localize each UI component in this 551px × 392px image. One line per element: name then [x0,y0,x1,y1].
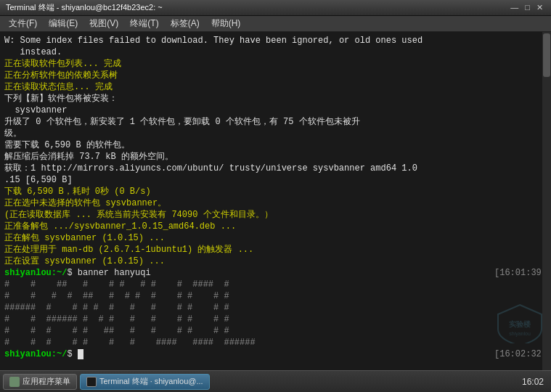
term-line: 正在设置 sysvbanner (1.0.15) ... [4,256,547,267]
term-line: 正在选中未选择的软件包 sysvbanner。 [4,197,547,209]
window-title: Terminal 终端 - shiyanlou@bc12f4b23ec2: ~ [6,2,163,13]
prompt-cursor: $ [67,349,83,359]
apps-icon [9,377,20,387]
term-line: 正准备解包 .../sysvbanner_1.0.15_amd64.deb ..… [4,221,547,232]
terminal-taskbar-button[interactable]: Terminal 终端 · shiyanlou@... [80,374,210,390]
term-line: 正在读取状态信息... 完成 [4,81,547,93]
term-line: 正在解包 sysvbanner (1.0.15) ... [4,232,547,244]
scrollbar-thumb[interactable] [543,33,550,77]
term-line: 解压缩后会消耗掉 73.7 kB 的额外空间。 [4,151,547,163]
apps-menu-button[interactable]: 应用程序菜单 [3,374,77,390]
title-bar: Terminal 终端 - shiyanlou@bc12f4b23ec2: ~ … [0,0,551,16]
terminal-window[interactable]: W: Some index files failed to download. … [0,32,551,370]
term-line: sysvbanner [4,105,547,116]
term-line: 需要下载 6,590 B 的软件包。 [4,139,547,151]
taskbar: 应用程序菜单 Terminal 终端 · shiyanlou@... 16:02 [0,370,551,392]
taskbar-time: 16:02 [522,377,548,387]
prompt-line: shiyanlou:~/$ banner hanyuqi [16:01:39] [4,267,547,279]
menu-help[interactable]: 帮助(H) [205,16,247,31]
term-line: 正在读取软件包列表... 完成 [4,58,547,70]
prompt-line-2: shiyanlou:~/$ [16:02:32] [4,348,547,360]
banner-line: # # ###### # # # # # # # # # [4,314,547,325]
timestamp-1: [16:01:39] [494,267,547,279]
apps-label: 应用程序菜单 [23,376,70,387]
close-button[interactable]: ✕ [534,3,545,12]
term-line: 正在分析软件包的依赖关系树 [4,70,547,81]
banner-line: # # # # # ## # # # # # # [4,325,547,337]
minimize-button[interactable]: — [508,3,521,12]
term-line: 下载 6,590 B，耗时 0秒 (0 B/s) [4,186,547,197]
timestamp-2: [16:02:32] [494,348,547,360]
term-line: 获取：1 http://mirrors.aliyuncs.com/ubuntu/… [4,163,547,174]
terminal-taskbar-label: Terminal 终端 · shiyanlou@... [99,376,203,387]
term-line: 级。 [4,128,547,139]
terminal-icon [86,377,97,387]
maximize-button[interactable]: □ [523,3,532,12]
banner-line: # # # # # # # #### #### ###### [4,337,547,348]
terminal-content[interactable]: W: Some index files failed to download. … [0,32,551,370]
banner-line: # # ## # # # # # # #### # [4,279,547,290]
menu-edit[interactable]: 编辑(E) [43,16,83,31]
term-line: 升级了 0 个软件包，新安装了 1 个软件包，要卸载 0 个软件包，有 75 个… [4,116,547,128]
menu-bar: 文件(F) 编辑(E) 视图(V) 终端(T) 标签(A) 帮助(H) [0,16,551,32]
menu-tabs[interactable]: 标签(A) [165,16,205,31]
term-line: instead. [4,46,547,58]
term-line: (正在读取数据库 ... 系统当前共安装有 74090 个文件和目录。） [4,209,547,221]
window-controls[interactable]: — □ ✕ [508,3,545,12]
term-line: .15 [6,590 B] [4,174,547,186]
prompt-command: $ banner hanyuqi [67,268,150,278]
menu-view[interactable]: 视图(V) [83,16,124,31]
menu-file[interactable]: 文件(F) [3,16,43,31]
term-line: W: Some index files failed to download. … [4,35,547,46]
menu-terminal[interactable]: 终端(T) [124,16,164,31]
banner-line: ###### # # # # # # # # # # # [4,302,547,314]
prompt-user-2: shiyanlou:~/ [4,349,67,359]
scrollbar[interactable] [542,32,551,370]
banner-line: # # # # ## # # # # # # # # [4,290,547,302]
term-line: 下列【新】软件包将被安装： [4,93,547,105]
term-line: 正在处理用于 man-db (2.6.7.1-1ubuntu1) 的触发器 ..… [4,244,547,256]
prompt-user: shiyanlou:~/ [4,268,67,278]
